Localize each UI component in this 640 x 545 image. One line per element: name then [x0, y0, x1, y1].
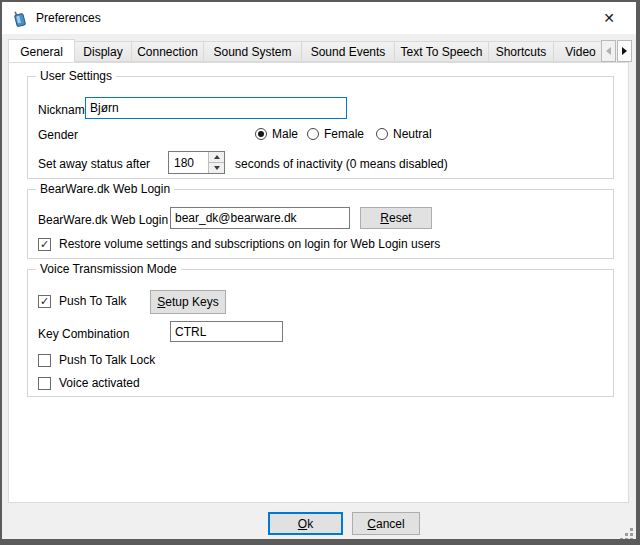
reset-button[interactable]: Reset	[360, 207, 432, 229]
push-to-talk-checkbox[interactable]: ✓ Push To Talk	[38, 294, 127, 308]
web-login-id-label: BearWare.dk Web Login ID	[38, 213, 183, 227]
checkbox-label: Voice activated	[59, 376, 140, 390]
key-combination-input[interactable]	[170, 321, 283, 342]
checkbox-label: Push To Talk	[59, 294, 127, 308]
key-combination-label: Key Combination	[38, 327, 129, 341]
button-label: etup Keys	[165, 295, 218, 309]
voice-activated-checkbox[interactable]: Voice activated	[38, 376, 140, 390]
ok-button[interactable]: Ok	[268, 512, 343, 535]
radio-label: Male	[272, 127, 298, 141]
tab-label: Shortcuts	[496, 45, 547, 59]
tab-sound-system[interactable]: Sound System	[203, 41, 302, 62]
button-mnemonic: C	[367, 517, 376, 531]
button-label: ancel	[376, 517, 405, 531]
spinner-down-button[interactable]	[209, 163, 224, 173]
titlebar: Preferences ✕	[2, 2, 636, 34]
close-button[interactable]: ✕	[588, 2, 630, 34]
tab-label: Video	[565, 45, 595, 59]
chevron-left-icon	[606, 47, 611, 55]
radio-label: Female	[324, 127, 364, 141]
tab-label: Connection	[137, 45, 198, 59]
spinner-value: 180	[169, 152, 208, 173]
group-title: BearWare.dk Web Login	[36, 182, 174, 196]
user-settings-group: User Settings Nickname Gender Male Femal…	[27, 76, 614, 179]
group-title: Voice Transmission Mode	[36, 262, 181, 276]
tab-scroll-right-button[interactable]	[617, 40, 632, 62]
radio-dot	[258, 131, 264, 137]
window-title: Preferences	[36, 11, 101, 25]
web-login-group: BearWare.dk Web Login BearWare.dk Web Lo…	[27, 189, 614, 259]
away-status-label: Set away status after	[38, 157, 150, 171]
tab-shortcuts[interactable]: Shortcuts	[488, 41, 554, 62]
tab-display[interactable]: Display	[74, 41, 132, 62]
checkbox-label: Push To Talk Lock	[59, 353, 155, 367]
tab-text-to-speech[interactable]: Text To Speech	[394, 41, 489, 62]
tab-connection[interactable]: Connection	[131, 41, 204, 62]
tab-sound-events[interactable]: Sound Events	[301, 41, 395, 62]
spinner-up-button[interactable]	[209, 152, 224, 163]
nickname-input[interactable]	[85, 97, 347, 119]
gender-radio-male[interactable]: Male	[255, 127, 298, 141]
tab-general[interactable]: General	[8, 39, 75, 62]
button-mnemonic: O	[298, 517, 307, 531]
group-title: User Settings	[36, 69, 116, 83]
resize-grip[interactable]	[630, 538, 633, 541]
preferences-dialog: Preferences ✕ General Display Connection…	[0, 0, 640, 545]
chevron-right-icon	[622, 47, 627, 55]
away-status-suffix-label: seconds of inactivity (0 means disabled)	[235, 157, 448, 171]
app-icon	[11, 10, 28, 27]
setup-keys-button[interactable]: Setup Keys	[150, 290, 226, 314]
radio-icon	[376, 128, 388, 140]
cancel-button[interactable]: Cancel	[352, 512, 420, 535]
checkbox-label: Restore volume settings and subscription…	[59, 237, 440, 251]
checkbox-icon	[38, 377, 51, 390]
gender-radio-female[interactable]: Female	[307, 127, 364, 141]
away-seconds-spinner[interactable]: 180	[168, 151, 225, 174]
nickname-label: Nickname	[38, 103, 91, 117]
checkbox-icon: ✓	[38, 295, 51, 308]
web-login-id-input[interactable]	[170, 207, 350, 229]
gender-radio-neutral[interactable]: Neutral	[376, 127, 432, 141]
radio-icon	[307, 128, 319, 140]
tab-label: Text To Speech	[401, 45, 483, 59]
tab-label: Sound Events	[311, 45, 386, 59]
radio-label: Neutral	[393, 127, 432, 141]
gender-label: Gender	[38, 128, 78, 142]
spinner-buttons	[208, 152, 224, 173]
arrow-down-icon	[214, 166, 220, 170]
button-mnemonic: R	[380, 211, 389, 225]
voice-transmission-group: Voice Transmission Mode ✓ Push To Talk S…	[27, 269, 614, 397]
checkbox-icon	[38, 354, 51, 367]
tab-video[interactable]: Video	[553, 41, 601, 62]
checkbox-icon: ✓	[38, 238, 51, 251]
button-label: k	[307, 517, 313, 531]
arrow-up-icon	[214, 155, 220, 159]
general-tab-pane: User Settings Nickname Gender Male Femal…	[8, 62, 629, 503]
push-to-talk-lock-checkbox[interactable]: Push To Talk Lock	[38, 353, 155, 367]
tab-label: Sound System	[213, 45, 291, 59]
tab-bar: General Display Connection Sound System …	[8, 38, 601, 62]
tab-label: Display	[83, 45, 122, 59]
tab-label: General	[20, 45, 63, 59]
tab-scroll-left-button[interactable]	[601, 40, 616, 62]
restore-volume-checkbox[interactable]: ✓ Restore volume settings and subscripti…	[38, 237, 440, 251]
radio-icon	[255, 128, 267, 140]
button-label: eset	[389, 211, 412, 225]
